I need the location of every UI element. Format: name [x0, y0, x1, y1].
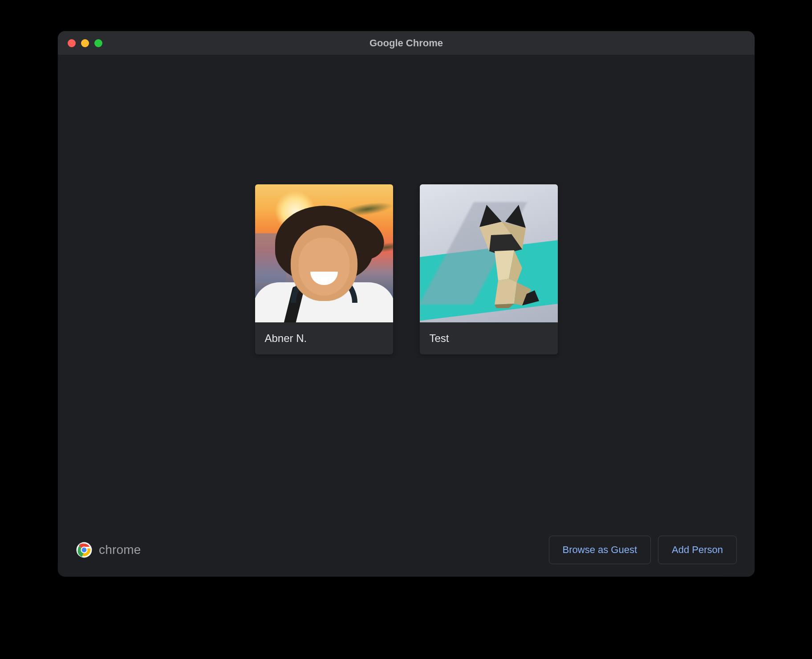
- profile-avatar: [420, 184, 558, 322]
- chrome-profiles-window: Google Chrome: [58, 31, 755, 577]
- profile-avatar: [255, 184, 393, 322]
- origami-cat-icon: [455, 201, 544, 308]
- chrome-logo-icon: [76, 541, 93, 558]
- profile-list: Abner N.: [255, 184, 558, 354]
- footer-bar: chrome Browse as Guest Add Person: [58, 523, 755, 577]
- profile-name-label: Test: [420, 322, 558, 354]
- window-titlebar: Google Chrome: [58, 31, 755, 55]
- browse-as-guest-button[interactable]: Browse as Guest: [549, 536, 651, 564]
- profile-name-label: Abner N.: [255, 322, 393, 354]
- window-title: Google Chrome: [58, 37, 755, 49]
- profile-card-test[interactable]: Test: [420, 184, 558, 354]
- profile-card-abner[interactable]: Abner N.: [255, 184, 393, 354]
- profile-picker-content: Abner N.: [58, 55, 755, 577]
- chrome-brand: chrome: [76, 541, 141, 558]
- svg-marker-7: [495, 279, 517, 305]
- chrome-brand-label: chrome: [99, 543, 141, 557]
- add-person-button[interactable]: Add Person: [658, 536, 737, 564]
